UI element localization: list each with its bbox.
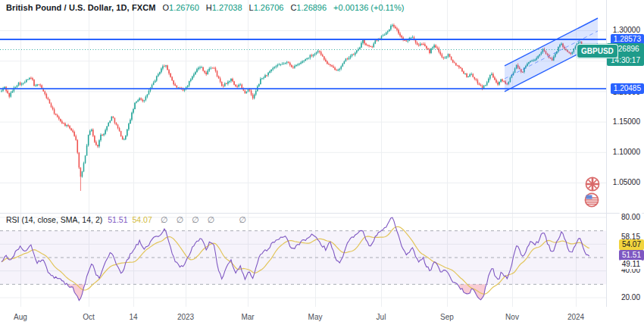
time-axis-label: 14: [129, 313, 137, 321]
price-line-label-badge: 51.51: [619, 250, 644, 261]
chart-legend: British Pound / U.S. Dollar, 1D, FXCMO1.…: [6, 3, 404, 12]
time-axis-label: 2023: [177, 313, 194, 321]
gbp-flag-icon: [586, 177, 599, 190]
rsi-empty-value: ∅: [208, 215, 215, 224]
chart-canvas[interactable]: [0, 0, 644, 328]
symbol-title[interactable]: British Pound / U.S. Dollar, 1D, FXCM: [6, 3, 155, 12]
time-axis-label: Oct: [83, 313, 95, 321]
pane-separator[interactable]: [0, 213, 644, 214]
change-value: +0.00136 (+0.11%): [333, 3, 404, 12]
time-axis-label: 2024: [567, 313, 584, 321]
rsi-empty-value: ∅: [192, 215, 199, 224]
open-label: O: [162, 3, 169, 12]
time-axis-label: Mar: [241, 313, 254, 321]
time-axis[interactable]: AugOct142023MarMayJulSepNov2024: [0, 307, 644, 328]
rsi-empty-value: ∅: [161, 215, 168, 224]
rsi-value: 51.51: [108, 215, 127, 224]
pair-flag-icons: [580, 173, 606, 212]
low-value: 1.26706: [254, 3, 284, 12]
open-value: 1.26760: [169, 3, 199, 12]
time-axis-label: Sep: [440, 313, 454, 321]
price-axis-label: 1.10000: [611, 148, 642, 157]
close-value: 1.26896: [296, 3, 327, 12]
usd-flag-icon: [585, 193, 598, 206]
rsi-legend: RSI (14, close, SMA, 14, 2)51.5154.07∅∅∅…: [6, 215, 246, 225]
time-axis-label: Aug: [14, 313, 27, 321]
price-axis-label: 49.11: [620, 260, 642, 269]
rsi-ma-value: 54.07: [133, 215, 152, 224]
time-axis-label: Nov: [505, 313, 519, 321]
price-axis-label: 1.15000: [611, 117, 642, 127]
trading-chart-window: British Pound / U.S. Dollar, 1D, FXCMO1.…: [0, 0, 644, 328]
price-axis-label: 1.05000: [611, 178, 642, 187]
high-value: 1.27038: [212, 3, 242, 12]
price-line-label-badge: 1.20485: [611, 83, 644, 94]
price-axis-label: 20.00: [619, 293, 642, 302]
rsi-empty-values: ∅∅∅∅∅: [152, 215, 246, 224]
high-label: H: [206, 3, 212, 12]
time-axis-label: May: [308, 313, 323, 321]
rsi-empty-value: ∅: [239, 215, 246, 224]
rsi-title[interactable]: RSI (14, close, SMA, 14, 2): [6, 215, 102, 224]
symbol-price-label: GBPUSD: [577, 44, 618, 58]
time-axis-label: Jul: [377, 313, 386, 321]
price-axis-label: 80.00: [619, 213, 642, 222]
rsi-empty-value: ∅: [176, 215, 183, 224]
price-line-label-badge: 54.07: [619, 239, 644, 250]
